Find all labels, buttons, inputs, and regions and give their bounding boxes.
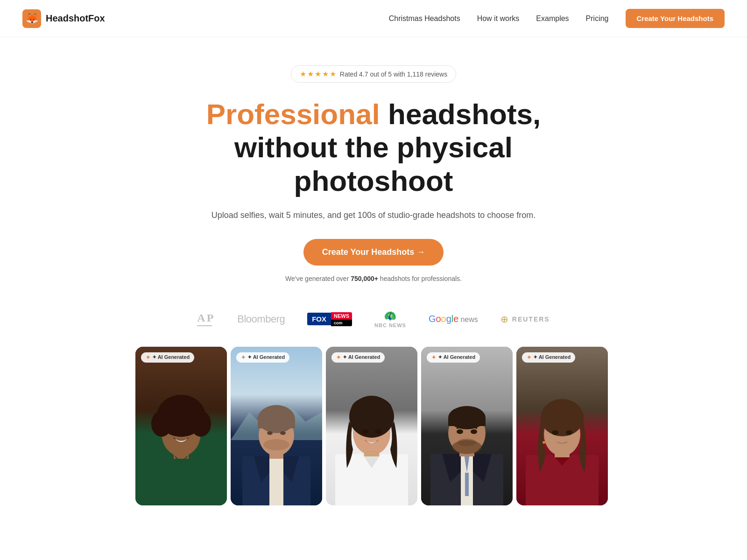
svg-rect-2: [148, 454, 214, 505]
google-news-label: news: [460, 315, 478, 323]
sparkle-icon-1: ✦: [146, 354, 150, 361]
hero-title: Professional headshots,without the physi…: [173, 98, 574, 197]
press-bloomberg: Bloomberg: [237, 313, 285, 325]
generated-count: We've generated over 750,000+ headshots …: [173, 275, 574, 282]
fox-emoji: 🦊: [26, 13, 38, 25]
logo-icon: 🦊: [22, 9, 41, 28]
nbc-peacock-icon: 🦚: [384, 310, 396, 322]
gallery-card-2: ✦ ✦ AI Generated: [231, 347, 322, 505]
svg-point-50: [471, 429, 477, 434]
hero-cta-button[interactable]: Create Your Headshots →: [303, 239, 444, 266]
fox-label: FOX: [307, 313, 331, 325]
star-5: ★: [330, 70, 336, 78]
gallery-card-4: ✦ ✦ AI Generated: [421, 347, 513, 505]
sparkle-icon-3: ✦: [336, 354, 341, 361]
google-o2: o: [441, 314, 446, 324]
nav-pricing[interactable]: Pricing: [586, 14, 609, 23]
press-nbc-news: 🦚 NBC NEWS: [374, 310, 406, 328]
sparkle-icon-2: ✦: [241, 354, 246, 361]
gallery-card-1: ✦ ✦ AI Generated: [135, 347, 227, 505]
svg-rect-22: [258, 419, 295, 428]
reuters-globe-icon: ⊕: [500, 314, 508, 325]
portrait-bg-5: [516, 347, 608, 505]
press-reuters: ⊕ REUTERS: [500, 314, 550, 325]
press-fox-news: FOX NEWS com: [307, 312, 352, 326]
gallery-card-3: ✦ ✦ AI Generated: [326, 347, 417, 505]
brand-name: HeadshotFox: [46, 13, 105, 24]
google-g2: g: [446, 314, 451, 324]
rating-badge: ★ ★ ★ ★ ★ Rated 4.7 out of 5 with 1,118 …: [291, 65, 456, 83]
gallery-card-5: ✦ ✦ AI Generated: [516, 347, 608, 505]
portrait-bg-2: [231, 347, 322, 505]
hero-subtitle: Upload selfies, wait 5 minutes, and get …: [173, 209, 574, 222]
svg-point-24: [280, 431, 286, 435]
portrait-svg-5: [516, 347, 608, 505]
navigation: 🦊 HeadshotFox Christmas Headshots How it…: [0, 0, 747, 37]
nav-christmas-headshots[interactable]: Christmas Headshots: [389, 14, 460, 23]
ai-badge-text-5: ✦ AI Generated: [533, 354, 571, 360]
svg-point-49: [457, 429, 463, 434]
svg-point-11: [171, 427, 178, 432]
svg-point-33: [362, 429, 368, 434]
portrait-svg-1: [135, 347, 227, 505]
svg-rect-16: [269, 456, 283, 505]
ai-badge-text-2: ✦ AI Generated: [247, 354, 285, 360]
sparkle-icon-5: ✦: [527, 354, 531, 361]
hero-section: ★ ★ ★ ★ ★ Rated 4.7 out of 5 with 1,118 …: [75, 37, 672, 505]
portrait-svg-4: [421, 347, 513, 505]
nav-links: Christmas Headshots How it works Example…: [389, 9, 725, 28]
press-logos: AP Bloomberg FOX NEWS com 🦚 NBC NEWS Goo…: [75, 296, 672, 347]
svg-rect-46: [448, 418, 486, 426]
portrait-svg-3: [326, 347, 417, 505]
nav-cta-button[interactable]: Create Your Headshots: [626, 9, 725, 28]
press-google-news: Googlenews: [429, 314, 478, 324]
google-e: e: [453, 314, 458, 324]
portrait-bg-4: [421, 347, 513, 505]
press-ap: AP: [197, 312, 215, 326]
star-rating: ★ ★ ★ ★ ★: [300, 70, 336, 78]
svg-point-58: [552, 430, 558, 435]
star-2: ★: [307, 70, 314, 78]
sparkle-icon-4: ✦: [431, 354, 436, 361]
reuters-label: REUTERS: [512, 315, 550, 323]
google-g: G: [429, 314, 436, 324]
logo[interactable]: 🦊 HeadshotFox: [22, 9, 105, 28]
generated-suffix: headshots for professionals.: [378, 275, 462, 282]
ai-badge-text-1: ✦ AI Generated: [152, 354, 190, 360]
google-o1: o: [436, 314, 441, 324]
svg-point-48: [458, 439, 476, 446]
generated-prefix: We've generated over: [285, 275, 351, 282]
ai-badge-2: ✦ ✦ AI Generated: [236, 352, 289, 363]
portrait-svg-2: [231, 347, 322, 505]
rating-text: Rated 4.7 out of 5 with 1,118 reviews: [340, 70, 447, 78]
svg-rect-40: [465, 473, 469, 496]
ai-badge-5: ✦ ✦ AI Generated: [522, 352, 575, 363]
svg-point-59: [566, 430, 572, 435]
nbc-label: NBC NEWS: [374, 322, 406, 328]
svg-point-60: [543, 441, 545, 444]
star-1: ★: [300, 70, 306, 78]
star-3: ★: [315, 70, 321, 78]
ai-badge-1: ✦ ✦ AI Generated: [141, 352, 194, 363]
news-label: NEWS: [331, 312, 352, 320]
ai-badge-text-3: ✦ AI Generated: [343, 354, 380, 360]
ai-badge-text-4: ✦ AI Generated: [438, 354, 475, 360]
portrait-bg-3: [326, 347, 417, 505]
ai-badge-4: ✦ ✦ AI Generated: [427, 352, 480, 363]
nav-examples[interactable]: Examples: [536, 14, 569, 23]
star-4: ★: [322, 70, 329, 78]
hero-content: ★ ★ ★ ★ ★ Rated 4.7 out of 5 with 1,118 …: [163, 37, 584, 296]
svg-point-32: [351, 397, 392, 423]
svg-point-25: [263, 439, 289, 450]
svg-rect-57: [541, 418, 584, 427]
generated-number: 750,000+: [351, 275, 378, 282]
headshot-gallery: ✦ ✦ AI Generated: [75, 347, 672, 505]
nav-how-it-works[interactable]: How it works: [477, 14, 520, 23]
svg-point-10: [160, 396, 202, 424]
svg-point-12: [184, 427, 191, 432]
svg-point-34: [375, 429, 381, 434]
ai-badge-3: ✦ ✦ AI Generated: [331, 352, 385, 363]
hero-title-highlight: Professional: [206, 98, 380, 130]
portrait-bg-1: [135, 347, 227, 505]
svg-point-23: [267, 431, 273, 435]
